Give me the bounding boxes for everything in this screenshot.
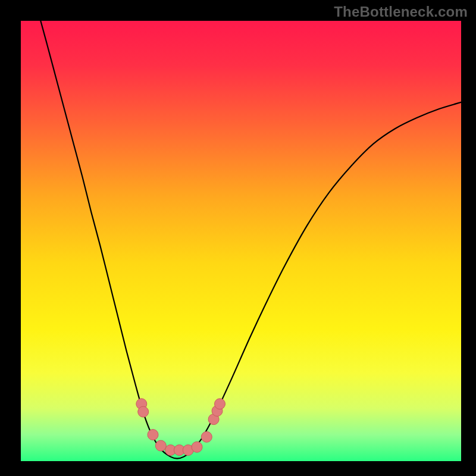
data-marker	[148, 430, 158, 440]
data-marker	[138, 406, 149, 417]
plot-svg	[21, 21, 461, 461]
watermark: TheBottleneck.com	[334, 4, 468, 20]
data-marker	[155, 440, 166, 451]
chart-frame: TheBottleneck.com	[0, 0, 476, 476]
data-marker	[201, 431, 212, 442]
plot-area	[21, 21, 461, 461]
data-marker	[215, 399, 226, 409]
gradient-background	[21, 21, 461, 461]
data-marker	[192, 441, 202, 452]
